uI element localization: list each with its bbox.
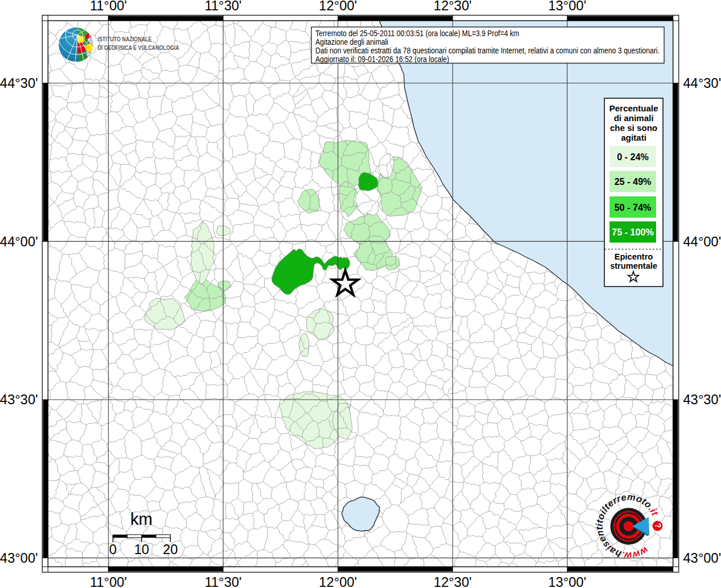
svg-text:DI GEOFISICA E VULCANOLOGIA: DI GEOFISICA E VULCANOLOGIA bbox=[98, 44, 179, 51]
svg-text:44°30': 44°30' bbox=[683, 76, 721, 91]
svg-text:44°00': 44°00' bbox=[0, 234, 38, 249]
svg-text:Aggiornato il: 09-01-2026 16:5: Aggiornato il: 09-01-2026 16:52 (ora loc… bbox=[315, 53, 449, 64]
svg-text:12°00': 12°00' bbox=[319, 575, 357, 588]
svg-text:che si sono: che si sono bbox=[610, 123, 658, 133]
svg-text:44°00': 44°00' bbox=[683, 234, 721, 249]
svg-text:12°30': 12°30' bbox=[434, 575, 472, 588]
svg-text:43°00': 43°00' bbox=[683, 551, 721, 566]
svg-text:km: km bbox=[130, 510, 153, 528]
svg-text:50 - 74%: 50 - 74% bbox=[614, 203, 651, 212]
svg-text:44°30': 44°30' bbox=[0, 76, 38, 91]
svg-text:0 - 24%: 0 - 24% bbox=[617, 152, 649, 162]
svg-text:11°00': 11°00' bbox=[90, 575, 126, 588]
svg-text:43°30': 43°30' bbox=[0, 392, 38, 407]
svg-text:10: 10 bbox=[134, 542, 149, 557]
svg-text:0: 0 bbox=[109, 542, 117, 557]
svg-text:20: 20 bbox=[163, 542, 178, 557]
svg-text:Percentuale: Percentuale bbox=[609, 103, 658, 113]
svg-text:13°00': 13°00' bbox=[548, 0, 586, 13]
svg-text:strumentale: strumentale bbox=[610, 261, 657, 270]
svg-text:12°00': 12°00' bbox=[319, 0, 357, 13]
svg-text:11°30': 11°30' bbox=[205, 0, 241, 13]
svg-text:43°00': 43°00' bbox=[0, 551, 38, 566]
svg-text:agitati: agitati bbox=[621, 133, 646, 142]
svg-text:di animali: di animali bbox=[614, 113, 653, 123]
svg-text:11°00': 11°00' bbox=[90, 0, 126, 13]
svg-text:75 - 100%: 75 - 100% bbox=[612, 227, 654, 237]
svg-text:13°00': 13°00' bbox=[548, 575, 586, 588]
svg-text:11°30': 11°30' bbox=[205, 575, 241, 588]
svg-text:12°30': 12°30' bbox=[434, 0, 472, 13]
svg-text:25 - 49%: 25 - 49% bbox=[614, 177, 651, 187]
svg-text:43°30': 43°30' bbox=[683, 392, 721, 407]
svg-text:Epicentro: Epicentro bbox=[615, 252, 653, 261]
svg-text:ISTITUTO NAZIONALE: ISTITUTO NAZIONALE bbox=[98, 36, 152, 42]
